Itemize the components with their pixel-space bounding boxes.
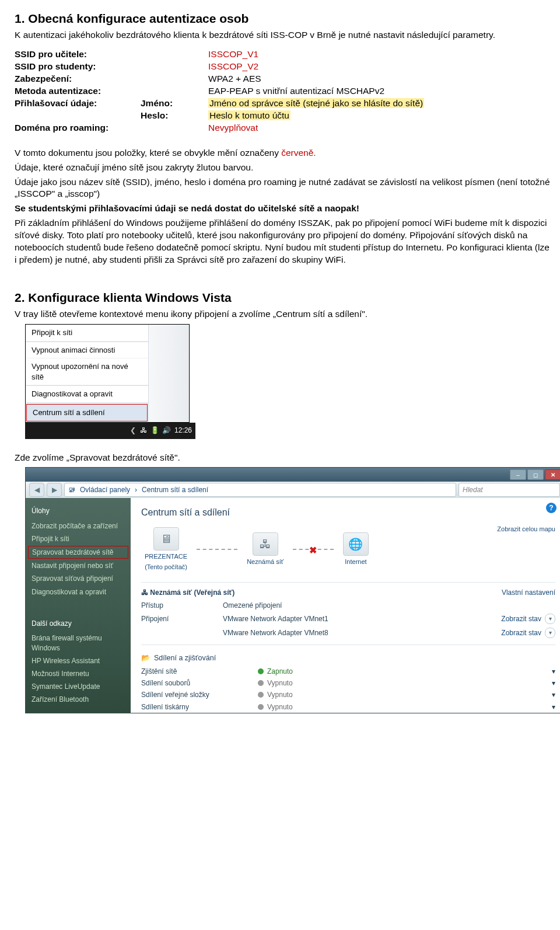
context-menu-item[interactable]: Připojit k síti [26, 325, 148, 342]
sharing-state: Vypnuto [267, 690, 293, 699]
breadcrumb[interactable]: 🖳 Ovládací panely › Centrum sítí a sdíle… [64, 483, 456, 497]
note: Při základním přihlášení do Windows použ… [15, 217, 551, 266]
note: Údaje jako jsou název sítě (SSID), jméno… [15, 176, 551, 201]
window-close-button[interactable]: ✕ [545, 469, 560, 480]
param-value: ISSCOP_V2 [208, 61, 551, 73]
sharing-row: Sdílení veřejné složkyVypnuto▾ [141, 689, 555, 701]
param-label: Zabezpečení: [15, 73, 137, 85]
control-panel-icon: 🖳 [68, 485, 75, 494]
param-label: SSID pro studenty: [15, 61, 137, 73]
row-value: VMware Network Adapter VMnet1 [223, 614, 501, 624]
sidebar-link[interactable]: HP Wireless Assistant [26, 654, 131, 667]
sharing-state: Zapnuto [267, 667, 293, 676]
cred-value: Heslo k tomuto účtu [208, 110, 290, 120]
taskbar-time: 12:26 [174, 426, 192, 435]
sidebar-link[interactable]: Možnosti Internetu [26, 667, 131, 680]
domain-label: Doména pro roaming: [15, 122, 137, 134]
chevron-down-icon[interactable]: ▾ [552, 667, 555, 676]
control-panel-figure: – ◻ ✕ ◀ ▶ 🖳 Ovládací panely › Centrum sí… [25, 467, 560, 713]
sidebar-heading: Úlohy [26, 504, 131, 519]
main-content: ? Centrum sítí a sdílení 🖥 PREZENTACE (T… [131, 498, 560, 713]
note-bold: Se studentskými přihlašovacími údaji se … [15, 203, 551, 215]
chevron-down-icon[interactable]: ▾ [545, 628, 555, 638]
context-menu-figure: Připojit k síti Vypnout animaci činnosti… [25, 324, 190, 422]
window-titlebar: – ◻ ✕ [26, 468, 560, 482]
network-tray-icon[interactable]: 🖧 [139, 427, 148, 435]
param-label: SSID pro učitele: [15, 48, 137, 61]
sharing-row: Sdílení souborůVypnuto▾ [141, 677, 555, 689]
context-menu-item[interactable]: Vypnout animaci činnosti [26, 342, 148, 359]
sharing-row: Zjištění sítěZapnuto▾ [141, 666, 555, 677]
sidebar-link[interactable]: Zařízení Bluetooth [26, 693, 131, 706]
page-title: Centrum sítí a sdílení [141, 506, 555, 519]
sidebar-item-selected[interactable]: Spravovat bezdrátové sítě [28, 546, 128, 559]
sharing-state: Vypnuto [267, 702, 293, 712]
cred-key: Heslo: [141, 110, 205, 122]
status-link[interactable]: Zobrazit stav [501, 614, 541, 624]
customize-link[interactable]: Vlastní nastavení [502, 588, 555, 597]
sharing-label: Sdílení veřejné složky [141, 690, 258, 699]
domain-value: Nevyplňovat [208, 122, 551, 134]
status-link[interactable]: Zobrazit stav [501, 628, 541, 638]
map-link[interactable]: Zobrazit celou mapu [497, 525, 555, 577]
network-node: 🖧 Neznámá síť [247, 532, 284, 566]
section2-line: V tray liště otevřeme kontextové menu ik… [15, 308, 551, 321]
search-input[interactable]: Hledat [459, 483, 560, 497]
status-dot-icon [258, 692, 264, 698]
note: V tomto dokumentu jsou položky, které se… [15, 147, 551, 159]
status-dot-icon [258, 680, 264, 686]
section2-title: 2. Konfigurace klienta Windows Vista [15, 290, 551, 306]
nav-back-button[interactable]: ◀ [29, 483, 44, 497]
param-value: WPA2 + AES [208, 73, 551, 85]
context-menu-item[interactable]: Diagnostikovat a opravit [26, 386, 148, 403]
param-value: EAP-PEAP s vnitřní autentizací MSCHAPv2 [208, 85, 551, 97]
sidebar: Úlohy Zobrazit počítače a zařízení Připo… [26, 498, 131, 713]
chevron-down-icon[interactable]: ▾ [545, 614, 555, 624]
param-label: Metoda autentizace: [15, 85, 137, 97]
sidebar-item[interactable]: Spravovat síťová připojení [26, 572, 131, 585]
internet-node: 🌐 Internet [343, 532, 369, 566]
window-minimize-button[interactable]: – [510, 469, 526, 480]
sidebar-item[interactable]: Nastavit připojení nebo síť [26, 559, 131, 572]
context-menu-item-selected[interactable]: Centrum sítí a sdílení [26, 404, 148, 422]
network-hub-icon: 🖧 [253, 532, 278, 556]
address-bar: ◀ ▶ 🖳 Ovládací panely › Centrum sítí a s… [26, 482, 560, 498]
network-name-label: 🖧 Neznámá síť (Veřejná síť) [141, 588, 502, 597]
note: Údaje, které označují jméno sítě jsou za… [15, 162, 551, 174]
sharing-row: Sdílení tiskárnyVypnuto▾ [141, 701, 555, 713]
sharing-row: Sdílení chráněné heslemZapnuto▾ [141, 713, 555, 713]
row-value: VMware Network Adapter VMnet8 [223, 628, 501, 638]
sharing-label: Sdílení tiskárny [141, 702, 258, 712]
sidebar-item[interactable]: Diagnostikovat a opravit [26, 586, 131, 598]
chevron-down-icon[interactable]: ▾ [552, 678, 555, 688]
sidebar-item[interactable]: Připojit k síti [26, 532, 131, 545]
sharing-state: Vypnuto [267, 678, 293, 688]
status-dot-icon [258, 668, 264, 674]
nav-forward-button[interactable]: ▶ [47, 483, 62, 497]
chevron-down-icon[interactable]: ▾ [552, 690, 555, 699]
row-label: Připojení [141, 614, 223, 624]
sharing-icon: 📂 [141, 653, 150, 663]
sharing-heading: 📂 Sdílení a zjišťování [141, 653, 555, 663]
section1-title: 1. Obecná konfigurace autentizace osob [15, 11, 551, 27]
cred-label: Přihlašovací údaje: [15, 97, 137, 110]
sidebar-item[interactable]: Zobrazit počítače a zařízení [26, 520, 131, 532]
globe-icon: 🌐 [343, 532, 369, 556]
window-maximize-button[interactable]: ◻ [527, 469, 544, 480]
status-dot-icon [258, 704, 264, 710]
row-value: Omezené připojení [223, 601, 555, 610]
cred-value: Jméno od správce sítě (stejné jako se hl… [208, 98, 424, 108]
sidebar-link[interactable]: Brána firewall systému Windows [26, 632, 131, 654]
chevron-down-icon[interactable]: ▾ [552, 702, 555, 712]
taskbar-figure: ❮ 🖧 🔋 🔊 12:26 [25, 423, 195, 439]
volume-tray-icon[interactable]: 🔊 [163, 427, 171, 435]
context-menu-item[interactable]: Vypnout upozornění na nové sítě [26, 358, 148, 385]
disconnected-icon: ✖ [309, 544, 317, 557]
sidebar-link[interactable]: Symantec LiveUpdate [26, 680, 131, 693]
computer-icon: 🖥 [153, 527, 179, 551]
battery-tray-icon[interactable]: 🔋 [151, 427, 159, 435]
sharing-label: Sdílení souborů [141, 678, 258, 688]
tray-arrow-icon[interactable]: ❮ [130, 426, 136, 435]
sharing-label: Zjištění sítě [141, 667, 258, 676]
section1-intro: K autentizaci jakéhokoliv bezdrátového k… [15, 29, 551, 41]
